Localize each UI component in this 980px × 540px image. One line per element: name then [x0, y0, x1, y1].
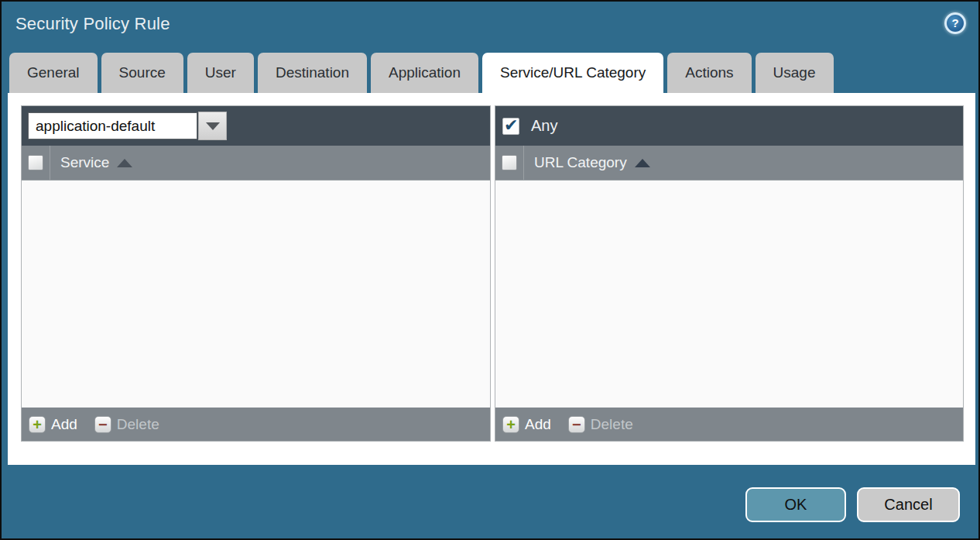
- any-label: Any: [531, 117, 557, 135]
- security-policy-rule-dialog: Security Policy Rule ? General Source Us…: [0, 0, 980, 540]
- sort-ascending-icon[interactable]: [117, 159, 132, 167]
- select-all-services-cell: [22, 146, 50, 180]
- tab-source[interactable]: Source: [101, 53, 183, 93]
- service-column-header[interactable]: Service: [60, 154, 109, 171]
- url-category-footer: + Add − Delete: [495, 408, 963, 441]
- select-all-url-categories-checkbox[interactable]: [502, 155, 517, 170]
- any-checkbox[interactable]: [502, 118, 519, 135]
- service-footer: + Add − Delete: [22, 408, 490, 441]
- tab-content: application-default Service + Add: [8, 93, 975, 465]
- delete-service-button[interactable]: − Delete: [94, 416, 159, 433]
- plus-icon: +: [502, 416, 519, 433]
- url-category-column-header[interactable]: URL Category: [534, 154, 627, 171]
- tab-general[interactable]: General: [9, 53, 98, 93]
- help-icon[interactable]: ?: [944, 12, 966, 34]
- service-type-value[interactable]: application-default: [28, 112, 197, 139]
- minus-icon: −: [568, 416, 585, 433]
- add-service-button[interactable]: + Add: [29, 416, 77, 433]
- cancel-button[interactable]: Cancel: [857, 487, 960, 522]
- chevron-down-icon: [206, 122, 220, 130]
- tab-actions[interactable]: Actions: [667, 53, 751, 93]
- service-type-bar: application-default: [22, 106, 490, 146]
- select-all-url-categories-cell: [495, 146, 524, 180]
- delete-url-category-button[interactable]: − Delete: [568, 416, 633, 433]
- tab-application[interactable]: Application: [371, 53, 478, 93]
- url-category-list: [495, 181, 963, 408]
- service-list: [22, 181, 490, 408]
- service-panel: application-default Service + Add: [21, 105, 491, 442]
- dialog-titlebar: Security Policy Rule: [15, 14, 170, 34]
- add-url-category-button[interactable]: + Add: [502, 416, 551, 433]
- url-category-table-header: URL Category: [495, 146, 963, 181]
- tab-usage[interactable]: Usage: [756, 53, 834, 93]
- dialog-title: Security Policy Rule: [15, 14, 170, 33]
- select-all-services-checkbox[interactable]: [28, 155, 43, 170]
- tab-user[interactable]: User: [187, 53, 254, 93]
- service-table-header: Service: [22, 146, 490, 181]
- any-row: Any: [495, 106, 963, 146]
- minus-icon: −: [94, 416, 111, 433]
- plus-icon: +: [29, 416, 46, 433]
- ok-button[interactable]: OK: [745, 487, 846, 522]
- sort-ascending-icon[interactable]: [635, 159, 650, 167]
- tab-bar: General Source User Destination Applicat…: [9, 53, 834, 93]
- url-category-panel: Any URL Category + Add − Delete: [495, 105, 964, 442]
- service-type-dropdown[interactable]: application-default: [28, 112, 227, 140]
- dropdown-button[interactable]: [198, 112, 227, 140]
- tab-service-url-category[interactable]: Service/URL Category: [482, 53, 663, 93]
- tab-destination[interactable]: Destination: [258, 53, 367, 93]
